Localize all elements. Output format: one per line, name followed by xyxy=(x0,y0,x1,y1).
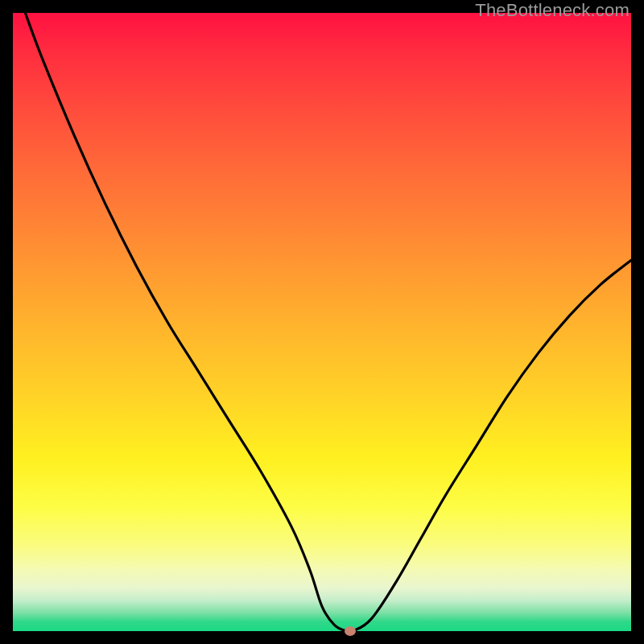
curve-path xyxy=(25,13,631,633)
minimum-marker xyxy=(345,626,356,636)
chart-frame: TheBottleneck.com xyxy=(0,0,644,644)
bottleneck-curve xyxy=(13,13,631,631)
